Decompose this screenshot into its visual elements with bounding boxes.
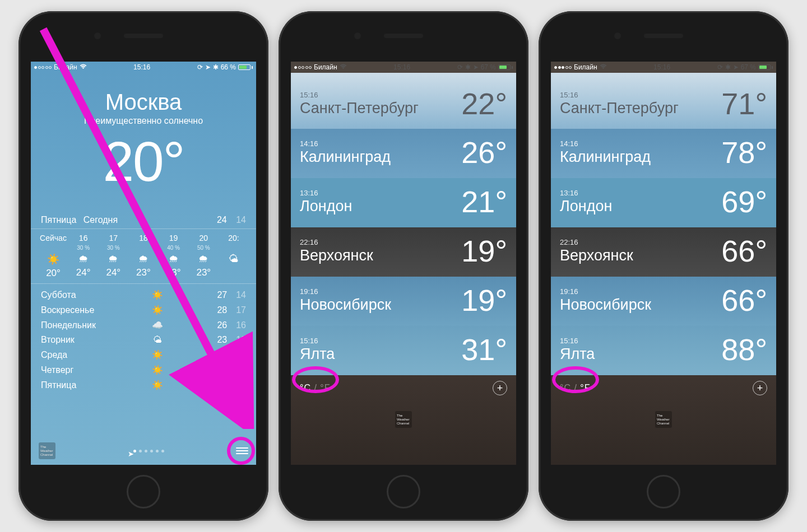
hourly-item: 16 30 % 🌧 24° xyxy=(69,234,98,279)
city-local-time: 15:16 xyxy=(560,337,595,345)
forecast-high: 27 xyxy=(217,290,227,300)
hourly-item: 20 50 % 🌧 23° xyxy=(189,234,218,279)
city-row[interactable]: 15:16 Санкт-Петербург 71° xyxy=(551,73,776,129)
city-row[interactable]: 14:16 Калининград 26° xyxy=(291,129,516,178)
status-time: 15:16 xyxy=(133,63,150,71)
unit-toggle[interactable]: °C / °F xyxy=(300,383,330,393)
weather-icon: 🌧 xyxy=(138,253,149,265)
hour-label: 20: xyxy=(228,234,239,242)
forecast-high: 24 xyxy=(217,380,227,390)
fahrenheit-label[interactable]: °F xyxy=(580,383,590,393)
city-row[interactable]: 13:16 Лондон 21° xyxy=(291,178,516,227)
weather-icon: 🌧 xyxy=(198,253,208,265)
forecast-high: 23 xyxy=(217,335,227,345)
weather-detail-screen: Билайн 15:16 ⟳ ➤ ✱ 66 % Москва Преимущес… xyxy=(31,62,256,465)
hourly-item: 20: 🌤 xyxy=(219,234,248,279)
home-button[interactable] xyxy=(387,475,420,508)
city-local-time: 19:16 xyxy=(560,287,651,296)
city-row[interactable]: 15:16 Ялта 31° xyxy=(291,326,516,375)
weather-list-screen-fahrenheit: Билайн 15:16 ⟳✱➤ 67 % 15:16 Санкт-Петерб… xyxy=(551,62,776,465)
forecast-row: Вторник 🌤 2312 xyxy=(41,333,246,347)
weekly-forecast[interactable]: Суббота ☀️ 2714Воскресенье ☀️ 2817Понеде… xyxy=(31,284,256,439)
status-bar: Билайн 15:16 ⟳✱➤ 67 % xyxy=(291,62,516,73)
wifi-icon xyxy=(340,63,347,71)
weather-list-screen-celsius: Билайн 15:16 ⟳✱➤ 67 % 15:16 Санкт-Петерб… xyxy=(291,62,516,465)
status-time: 15:16 xyxy=(653,63,670,71)
list-footer: °C / °F + TheWeatherChannel xyxy=(551,375,776,465)
forecast-low: 11 xyxy=(236,365,246,375)
list-footer: °C / °F + TheWeatherChannel xyxy=(291,375,516,465)
hourly-item: 19 40 % 🌧 23° xyxy=(159,234,188,279)
city-local-time: 13:16 xyxy=(560,189,612,197)
precip-chance: 50 % xyxy=(197,245,210,251)
current-temperature: 20° xyxy=(31,129,256,194)
forecast-high: 28 xyxy=(217,305,227,315)
city-row[interactable]: 19:16 Новосибирск 66° xyxy=(551,277,776,326)
celsius-label[interactable]: °C xyxy=(560,383,571,393)
weather-icon: 🌤 xyxy=(229,253,239,265)
status-bar: Билайн 15:16 ⟳✱➤ 67 % xyxy=(551,62,776,73)
weather-channel-logo[interactable]: TheWeatherChannel xyxy=(395,411,412,428)
city-local-time: 15:16 xyxy=(300,91,419,99)
city-row[interactable]: 14:16 Калининград 78° xyxy=(551,129,776,178)
forecast-row: Среда ☀️ 211 xyxy=(41,347,246,362)
hour-label: 19 xyxy=(169,234,178,242)
home-button[interactable] xyxy=(127,475,160,508)
forecast-row: Суббота ☀️ 2714 xyxy=(41,287,246,302)
location-icon: ➤ xyxy=(205,63,211,71)
home-button[interactable] xyxy=(647,475,680,508)
page-indicator[interactable]: ➤ xyxy=(128,450,164,452)
fahrenheit-label[interactable]: °F xyxy=(320,383,330,393)
battery-percent: 67 % xyxy=(481,63,496,71)
city-temperature: 26° xyxy=(461,135,507,170)
weather-icon: ☀️ xyxy=(149,365,166,375)
today-dayname: Пятница xyxy=(41,215,76,225)
add-city-button[interactable]: + xyxy=(753,381,767,395)
orientation-lock-icon: ⟳ xyxy=(197,63,203,71)
precip-chance xyxy=(143,245,145,251)
wifi-icon xyxy=(600,63,607,71)
weather-icon: ☁️ xyxy=(149,320,166,330)
weather-channel-logo[interactable]: TheWeatherChannel xyxy=(39,442,55,459)
forecast-low: 11 xyxy=(236,350,246,360)
city-row[interactable]: 22:16 Верхоянск 66° xyxy=(551,227,776,277)
weather-icon: ☀️ xyxy=(149,349,166,360)
hourly-forecast[interactable]: Сейчас ☀️ 20°16 30 % 🌧 24°17 30 % 🌧 24°1… xyxy=(31,228,256,284)
forecast-day: Четверг xyxy=(41,365,114,375)
hour-temp: 20° xyxy=(46,268,61,279)
forecast-day: Пятница xyxy=(41,380,114,390)
city-local-time: 14:16 xyxy=(560,139,651,148)
battery-percent: 67 % xyxy=(741,63,756,71)
city-name: Верхоянск xyxy=(560,247,633,264)
today-low: 14 xyxy=(236,215,246,225)
city-row[interactable]: 15:16 Ялта 88° xyxy=(551,326,776,375)
unit-toggle[interactable]: °C / °F xyxy=(560,383,590,393)
city-temperature: 19° xyxy=(461,234,507,268)
city-row[interactable]: 13:16 Лондон 69° xyxy=(551,178,776,227)
hour-temp: 24° xyxy=(76,267,91,278)
bluetooth-icon: ✱ xyxy=(213,63,219,71)
hourly-item: 17 30 % 🌧 24° xyxy=(99,234,128,279)
forecast-day: Суббота xyxy=(41,290,114,300)
city-name: Ялта xyxy=(300,346,335,363)
city-name: Лондон xyxy=(560,198,612,215)
forecast-day: Вторник xyxy=(41,335,114,345)
celsius-label[interactable]: °C xyxy=(300,383,311,393)
hour-temp: 23° xyxy=(166,267,181,278)
weather-channel-logo[interactable]: TheWeatherChannel xyxy=(655,411,672,428)
city-name: Санкт-Петербург xyxy=(560,100,679,117)
city-temperature: 66° xyxy=(721,283,767,318)
carrier-label: Билайн xyxy=(574,63,597,71)
hour-label: 20 xyxy=(199,234,208,242)
hour-label: Сейчас xyxy=(40,234,67,242)
precip-chance: 40 % xyxy=(167,245,180,251)
forecast-low: 16 xyxy=(236,320,246,330)
forecast-low: 12 xyxy=(236,335,246,345)
cities-list-button[interactable] xyxy=(236,447,248,454)
city-row[interactable]: 19:16 Новосибирск 19° xyxy=(291,277,516,326)
city-local-time: 15:16 xyxy=(300,337,335,345)
add-city-button[interactable]: + xyxy=(493,381,507,395)
city-temperature: 21° xyxy=(461,184,507,219)
city-row[interactable]: 22:16 Верхоянск 19° xyxy=(291,227,516,277)
city-row[interactable]: 15:16 Санкт-Петербург 22° xyxy=(291,73,516,129)
